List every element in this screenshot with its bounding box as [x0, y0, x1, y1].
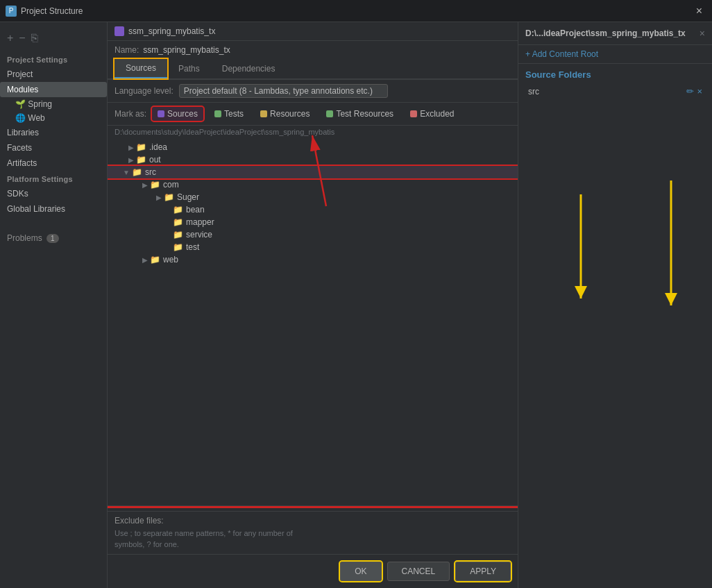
- mark-as-row: Mark as: Sources Tests Resources Test Re…: [108, 103, 518, 126]
- arrow-web: ▶: [142, 256, 148, 264]
- sidebar-item-libraries-label: Libraries: [7, 128, 39, 137]
- right-panel-body: [518, 104, 712, 588]
- name-value: ssm_spring_mybatis_tx: [143, 45, 230, 55]
- arrow-suger: ▶: [156, 194, 162, 201]
- tabs-bar: Sources Paths Dependencies: [108, 59, 518, 79]
- exclude-hint-1: Use ; to separate name patterns, * for a…: [115, 528, 511, 550]
- test-label: test: [186, 242, 199, 252]
- web-tree-label: web: [163, 255, 178, 264]
- mark-tests-button[interactable]: Tests: [209, 107, 249, 121]
- test-resources-dot: [326, 110, 333, 117]
- mark-sources-button[interactable]: Sources: [152, 107, 203, 121]
- folder-icon-mapper: 📁: [173, 217, 183, 227]
- tree-item-service[interactable]: 📁 service: [108, 228, 518, 241]
- tree-item-com[interactable]: ▶ 📁 com: [108, 178, 518, 191]
- folder-icon-bean: 📁: [173, 205, 183, 215]
- sidebar: + − ⎘ Project Settings Project Modules 🌱…: [0, 22, 108, 588]
- exclude-section: Exclude files: Use ; to separate name pa…: [108, 511, 518, 554]
- tree-item-idea[interactable]: ▶ 📁 .idea: [108, 141, 518, 153]
- exclude-label: Exclude files:: [115, 516, 511, 526]
- source-folders-section: Source Folders src ✏ ×: [518, 64, 712, 104]
- sidebar-item-project[interactable]: Project: [0, 67, 107, 82]
- tab-sources[interactable]: Sources: [115, 59, 167, 78]
- sidebar-subitem-spring[interactable]: 🌱 Spring: [0, 97, 107, 111]
- folder-icon-idea: 📁: [136, 142, 146, 152]
- source-folders-title: Source Folders: [525, 69, 705, 80]
- mark-resources-label: Resources: [270, 109, 310, 119]
- app-icon: P: [6, 6, 17, 17]
- content-area: ssm_spring_mybatis_tx Name: ssm_spring_m…: [108, 22, 518, 588]
- module-name: ssm_spring_mybatis_tx: [128, 26, 215, 36]
- tree-item-bean[interactable]: 📁 bean: [108, 203, 518, 216]
- bottom-buttons: OK CANCEL APPLY: [108, 554, 518, 588]
- sidebar-item-facets[interactable]: Facets: [0, 140, 107, 156]
- problems-row: Problems 1: [0, 230, 107, 246]
- content-root-path: D:\documents\study\IdeaProject\ideaProje…: [108, 126, 518, 138]
- arrow-out: ▶: [128, 156, 134, 164]
- sidebar-item-modules[interactable]: Modules: [0, 82, 107, 97]
- sidebar-item-global-libraries-label: Global Libraries: [7, 204, 65, 214]
- module-icon: [115, 26, 124, 36]
- yellow-arrow-2: [629, 174, 712, 333]
- sidebar-subitem-web[interactable]: 🌐 Web: [0, 111, 107, 125]
- sidebar-item-artifacts-label: Artifacts: [7, 158, 37, 168]
- close-button[interactable]: ×: [692, 3, 706, 19]
- mark-excluded-button[interactable]: Excluded: [405, 107, 459, 121]
- problems-badge: 1: [46, 234, 59, 243]
- project-settings-header: Project Settings: [0, 51, 107, 67]
- right-panel: D:\...ideaProject\ssm_spring_mybatis_tx …: [518, 22, 712, 588]
- tree-item-mapper[interactable]: 📁 mapper: [108, 216, 518, 228]
- add-icon[interactable]: +: [6, 31, 15, 46]
- service-label: service: [186, 230, 212, 240]
- spring-label: 🌱 Spring: [15, 99, 52, 109]
- tree-item-out[interactable]: ▶ 📁 out: [108, 153, 518, 166]
- folder-icon-test: 📁: [173, 242, 183, 252]
- right-panel-close-button[interactable]: ×: [700, 28, 705, 39]
- tree-item-suger[interactable]: ▶ 📁 Suger: [108, 191, 518, 203]
- com-label: com: [163, 180, 179, 190]
- copy-icon[interactable]: ⎘: [30, 31, 40, 46]
- tree-item-src[interactable]: ▼ 📁 src: [108, 166, 518, 178]
- platform-settings-header: Platform Settings: [0, 171, 107, 186]
- tab-dependencies[interactable]: Dependencies: [211, 59, 287, 78]
- ok-button[interactable]: OK: [340, 562, 381, 581]
- language-row: Language level: Project default (8 - Lam…: [108, 80, 518, 103]
- sidebar-item-sdks[interactable]: SDKs: [0, 186, 107, 201]
- folder-icon-suger: 📁: [164, 192, 174, 202]
- sidebar-item-modules-label: Modules: [7, 85, 38, 94]
- cancel-button[interactable]: CANCEL: [387, 562, 450, 581]
- file-tree-area[interactable]: ▶ 📁 .idea ▶ 📁 out ▼ 📁 src ▶ 📁 com: [108, 138, 518, 506]
- sidebar-item-artifacts[interactable]: Artifacts: [0, 156, 107, 171]
- mark-excluded-label: Excluded: [420, 109, 454, 119]
- title-bar: P Project Structure ×: [0, 0, 712, 22]
- arrow-com: ▶: [142, 181, 148, 189]
- tree-item-test[interactable]: 📁 test: [108, 241, 518, 253]
- title-bar-left: P Project Structure: [6, 6, 83, 17]
- source-folder-actions: ✏ ×: [686, 86, 702, 96]
- out-label: out: [149, 155, 161, 165]
- mark-test-resources-button[interactable]: Test Resources: [321, 107, 399, 121]
- name-label: Name:: [115, 45, 139, 55]
- delete-source-folder-button[interactable]: ×: [697, 86, 702, 96]
- language-select[interactable]: Project default (8 - Lambdas, type annot…: [179, 84, 388, 98]
- folder-icon-service: 📁: [173, 230, 183, 240]
- arrow-idea: ▶: [128, 144, 134, 151]
- sidebar-nav-buttons: + − ⎘: [0, 28, 107, 51]
- tests-dot: [214, 110, 221, 117]
- source-folder-name: src: [528, 87, 539, 96]
- sidebar-item-libraries[interactable]: Libraries: [0, 125, 107, 140]
- sidebar-item-global-libraries[interactable]: Global Libraries: [0, 201, 107, 217]
- remove-icon[interactable]: −: [17, 31, 26, 46]
- module-header: ssm_spring_mybatis_tx: [108, 22, 518, 41]
- folder-icon-com: 📁: [150, 180, 160, 190]
- apply-button[interactable]: APPLY: [455, 562, 511, 581]
- add-content-root-button[interactable]: + Add Content Root: [518, 45, 712, 64]
- idea-label: .idea: [149, 142, 167, 152]
- language-label: Language level:: [115, 86, 173, 96]
- tree-item-web[interactable]: ▶ 📁 web: [108, 253, 518, 266]
- edit-source-folder-button[interactable]: ✏: [686, 86, 694, 96]
- resources-dot: [260, 110, 267, 117]
- tab-paths[interactable]: Paths: [167, 59, 211, 78]
- mark-resources-button[interactable]: Resources: [255, 107, 315, 121]
- excluded-dot: [410, 110, 417, 117]
